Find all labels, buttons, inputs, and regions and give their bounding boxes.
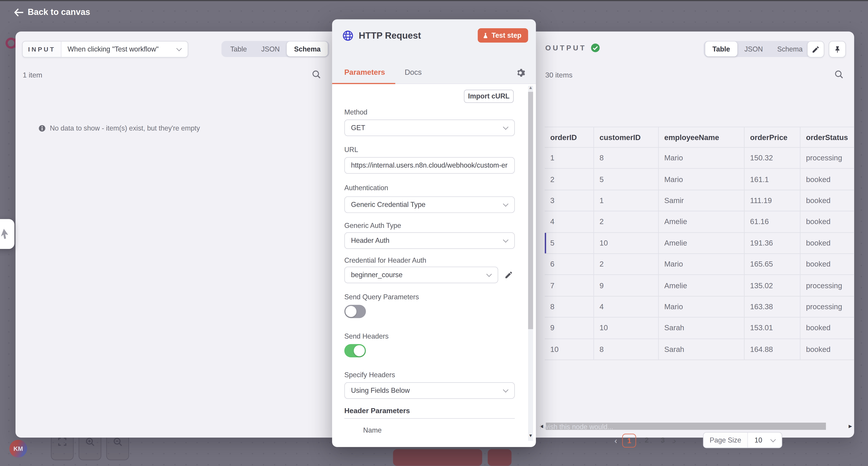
table-cell: Mario [659,148,745,168]
http-request-node-modal: HTTP Request Test step Parameters Docs [332,20,536,447]
modal-body: Import cURL Method GET URL https://inter… [332,84,536,447]
edit-output-button[interactable] [807,41,825,57]
specify-headers-select[interactable]: Using Fields Below [344,382,515,399]
modal-scrollbar-thumb[interactable] [528,92,533,329]
send-query-toggle[interactable] [344,305,366,318]
chevron-down-icon [503,201,508,207]
table-cell: 2 [594,254,659,275]
page-button-3[interactable]: 3 [657,433,669,447]
method-select[interactable]: GET [344,120,515,136]
output-tab-json[interactable]: JSON [737,43,770,55]
zoom-out-icon [113,437,123,447]
table-cell: 135.02 [745,275,800,296]
table-cell: 8 [545,296,594,317]
table-cell: booked [800,211,854,232]
globe-icon [342,30,353,41]
table-row[interactable]: 108Sarah164.88booked [545,339,854,360]
scroll-down-icon[interactable]: ▼ [528,433,533,438]
dimmed-canvas-button [488,449,512,466]
input-tab-table[interactable]: Table [223,43,254,55]
input-items-count: 1 item [23,71,42,79]
chevron-down-icon [503,237,508,243]
send-headers-label: Send Headers [344,333,389,340]
table-row[interactable]: 42Amelie61.16booked [545,211,854,233]
edit-credential-icon[interactable] [504,271,513,279]
table-cell: Amelie [659,211,745,232]
n8n-node-detail-view: Back to canvas INPUT When clicking "Test… [0,0,868,466]
table-cell: processing [800,296,854,317]
table-row[interactable]: 62Mario165.65booked [545,254,854,275]
user-avatar[interactable]: KM [9,440,27,458]
table-cell: 9 [545,318,594,338]
input-tab-schema[interactable]: Schema [287,41,328,57]
table-cell: 111.19 [745,190,800,211]
table-cell: booked [800,169,854,190]
table-cell: 2 [594,211,659,232]
test-step-button[interactable]: Test step [478,28,528,43]
table-cell: booked [800,339,854,360]
table-row[interactable]: 25Mario161.1booked [545,169,854,190]
table-cell: 1 [545,148,594,168]
authentication-label: Authentication [344,184,388,192]
url-input[interactable]: https://internal.users.n8n.cloud/webhook… [344,157,515,174]
table-row[interactable]: 910Sarah153.01booked [545,318,854,339]
table-cell: booked [800,233,854,254]
table-row[interactable]: 510Amelie191.36booked [545,233,854,254]
table-row[interactable]: 18Mario150.32processing [545,148,854,169]
input-panel-label: INPUT [23,41,61,57]
pin-data-button[interactable] [829,41,846,57]
tab-docs[interactable]: Docs [405,68,422,76]
output-tab-schema[interactable]: Schema [770,43,810,55]
page-button-2[interactable]: 2 [641,433,652,447]
page-size-control[interactable]: Page Size 10 [703,432,782,448]
tab-parameters[interactable]: Parameters [344,68,385,76]
table-cell: 164.88 [745,339,800,360]
scroll-up-icon[interactable]: ▲ [528,85,533,90]
generic-auth-type-select[interactable]: Header Auth [344,232,515,249]
specify-headers-label: Specify Headers [344,371,395,379]
back-to-canvas[interactable]: Back to canvas [14,7,90,17]
import-curl-button[interactable]: Import cURL [464,90,514,103]
authentication-select[interactable]: Generic Credential Type [344,196,515,213]
toggle-knob [354,345,365,356]
node-feedback-prompt[interactable]: I wish this node would... [529,423,613,431]
page-prev-icon[interactable]: ‹ [614,436,617,445]
table-cell: Mario [659,254,745,275]
page-button-1[interactable]: 1 [622,433,636,447]
table-row[interactable]: 79Amelie135.02processing [545,275,854,296]
send-query-label: Send Query Parameters [344,293,419,301]
back-label: Back to canvas [28,7,90,17]
table-cell: 5 [594,169,659,190]
input-search-icon[interactable] [312,70,321,79]
header-param-name-label: Name [363,427,382,434]
output-tab-table[interactable]: Table [705,41,737,57]
table-cell: Mario [659,169,745,190]
table-cell: Samir [659,190,745,211]
credential-select[interactable]: beginner_course [344,267,498,283]
table-row[interactable]: 31Samir111.19booked [545,190,854,211]
cursor-tool-button[interactable] [0,219,14,249]
gear-icon[interactable] [515,68,525,78]
input-tab-json[interactable]: JSON [254,43,287,55]
dimmed-canvas-button [393,449,482,466]
input-source-value[interactable]: When clicking "Test workflow" [61,41,188,57]
table-cell: processing [800,148,854,168]
table-cell: 161.1 [745,169,800,190]
table-body: 18Mario150.32processing25Mario161.1booke… [545,148,854,360]
hscroll-right-icon[interactable]: ▶ [848,424,852,429]
page-next-icon[interactable]: › [673,436,676,445]
pencil-icon [811,45,820,54]
window-top-edge [0,0,868,1]
wish-text: I wish this node would... [540,423,613,431]
page-size-value[interactable]: 10 [748,433,782,447]
table-header-row: orderIDcustomerIDemployeeNameorderPriceo… [545,127,854,148]
table-cell: 4 [594,296,659,317]
input-source-select[interactable]: INPUT When clicking "Test workflow" [22,41,188,57]
table-row[interactable]: 84Mario163.38processing [545,296,854,318]
output-search-icon[interactable] [834,70,844,79]
table-cell: Sarah [659,318,745,338]
send-headers-toggle[interactable] [344,344,366,357]
table-cell: 165.65 [745,254,800,275]
table-cell: 9 [594,275,659,296]
back-arrow-icon [14,8,23,16]
